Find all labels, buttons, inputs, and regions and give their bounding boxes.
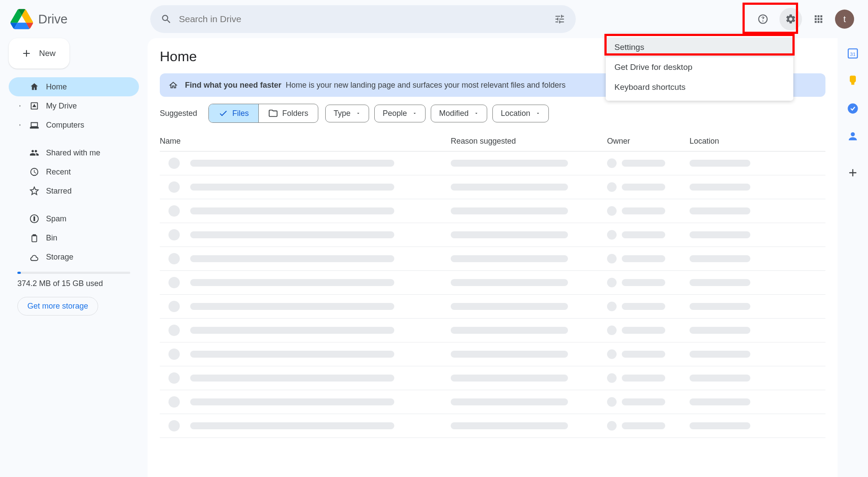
filter-chip-people[interactable]: People <box>374 105 426 122</box>
dropdown-icon <box>474 111 479 116</box>
sidebar-item-bin[interactable]: Bin <box>9 228 139 247</box>
filter-chip-type[interactable]: Type <box>325 105 369 122</box>
seg-files[interactable]: Files <box>209 104 259 122</box>
col-reason[interactable]: Reason suggested <box>451 137 607 146</box>
recent-icon <box>30 167 39 177</box>
menu-item-drive-desktop[interactable]: Get Drive for desktop <box>606 57 793 77</box>
sidebar-item-computers[interactable]: Computers <box>9 115 139 135</box>
search-input[interactable] <box>179 14 547 24</box>
check-icon <box>218 109 228 118</box>
filter-chip-modified[interactable]: Modified <box>431 105 487 122</box>
sidebar-item-shared-with-me[interactable]: Shared with me <box>9 143 139 162</box>
table-row[interactable] <box>160 151 825 175</box>
contacts-icon[interactable] <box>847 130 859 142</box>
banner-bold: Find what you need faster <box>185 81 281 89</box>
get-more-storage-button[interactable]: Get more storage <box>17 297 98 316</box>
sidebar-item-storage[interactable]: Storage <box>9 247 139 266</box>
menu-item-keyboard-shortcuts[interactable]: Keyboard shortcuts <box>606 77 793 97</box>
svg-text:31: 31 <box>850 51 856 57</box>
table-row[interactable] <box>160 271 825 295</box>
right-side-panel: 31 <box>838 38 868 477</box>
seg-folders[interactable]: Folders <box>259 104 318 122</box>
plus-icon <box>21 48 32 59</box>
support-button[interactable] <box>752 8 774 30</box>
home-icon <box>30 82 39 92</box>
star-icon <box>30 186 39 196</box>
table-row[interactable] <box>160 414 825 438</box>
main-content: Home Find what you need faster Home is y… <box>148 38 838 477</box>
sidebar-item-home[interactable]: Home <box>9 77 139 96</box>
bin-icon <box>30 233 39 243</box>
home-outline-icon <box>168 80 178 90</box>
col-name[interactable]: Name <box>160 137 451 146</box>
col-location[interactable]: Location <box>690 137 825 146</box>
keep-icon[interactable] <box>847 75 859 87</box>
drive-logo-icon <box>10 8 33 30</box>
col-owner[interactable]: Owner <box>607 137 690 146</box>
sidebar-item-spam[interactable]: Spam <box>9 209 139 228</box>
sidebar-item-my-drive[interactable]: My Drive <box>9 96 139 115</box>
app-title[interactable]: Drive <box>38 12 68 26</box>
mydrive-icon <box>30 101 39 111</box>
dropdown-icon <box>356 111 361 116</box>
table-row[interactable] <box>160 247 825 271</box>
settings-menu: Settings Get Drive for desktop Keyboard … <box>606 34 793 101</box>
files-folders-segment: Files Folders <box>208 104 318 123</box>
help-icon <box>757 13 769 25</box>
table-row[interactable] <box>160 175 825 199</box>
new-button-label: New <box>39 49 56 58</box>
table-row[interactable] <box>160 199 825 223</box>
sidebar-item-recent[interactable]: Recent <box>9 162 139 181</box>
table-row[interactable] <box>160 390 825 414</box>
apps-button[interactable] <box>807 8 830 30</box>
table-row[interactable] <box>160 366 825 390</box>
search-options-icon[interactable] <box>554 13 565 25</box>
svg-point-3 <box>851 132 855 136</box>
computers-icon <box>30 120 39 130</box>
sidebar-item-starred[interactable]: Starred <box>9 181 139 201</box>
search-bar[interactable] <box>150 5 576 33</box>
storage-used-text: 374.2 MB of 15 GB used <box>9 274 139 293</box>
new-button[interactable]: New <box>9 38 69 69</box>
table-header: Name Reason suggested Owner Location <box>160 132 825 151</box>
header: Drive t <box>0 0 868 38</box>
filter-row: Suggested Files Folders TypePeopleModifi… <box>160 104 825 123</box>
table-row[interactable] <box>160 223 825 247</box>
storage-icon <box>30 252 39 262</box>
dropdown-icon <box>535 111 541 116</box>
gear-icon <box>785 13 796 25</box>
filter-chip-location[interactable]: Location <box>492 105 549 122</box>
storage-progress-bar <box>17 272 130 274</box>
menu-item-settings[interactable]: Settings <box>606 37 793 57</box>
sidebar: New HomeMy DriveComputers Shared with me… <box>0 38 148 477</box>
table-row[interactable] <box>160 342 825 366</box>
add-addon-icon[interactable] <box>847 167 859 179</box>
spam-icon <box>30 214 39 224</box>
account-avatar[interactable]: t <box>835 10 854 29</box>
table-row[interactable] <box>160 319 825 342</box>
search-icon <box>161 13 172 25</box>
banner-text: Home is your new landing page and surfac… <box>286 81 565 89</box>
folder-icon <box>268 109 278 118</box>
suggested-label: Suggested <box>160 109 197 118</box>
apps-icon <box>813 13 824 25</box>
svg-point-2 <box>848 103 858 113</box>
settings-button[interactable] <box>779 8 802 30</box>
shared-icon <box>30 148 39 158</box>
table-row[interactable] <box>160 295 825 319</box>
calendar-icon[interactable]: 31 <box>847 47 859 59</box>
tasks-icon[interactable] <box>847 102 859 115</box>
dropdown-icon <box>412 111 417 116</box>
